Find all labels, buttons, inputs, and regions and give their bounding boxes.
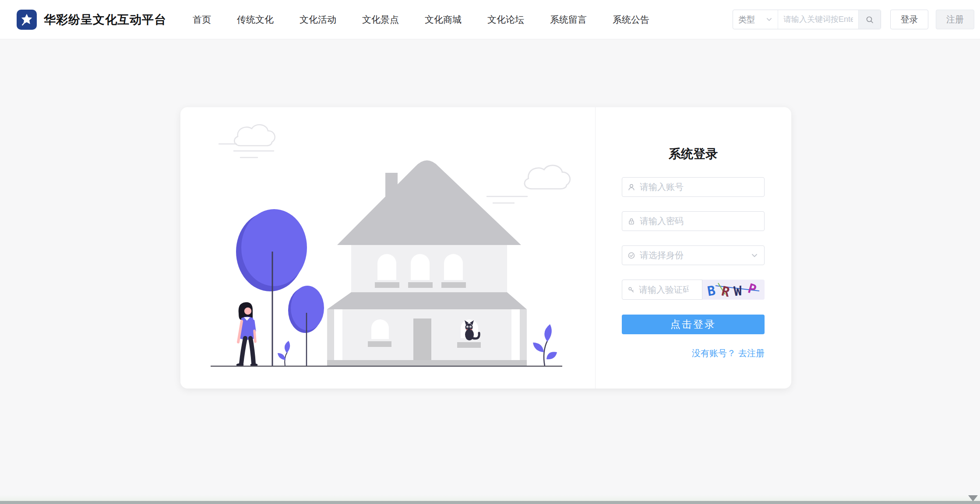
- nav-item-home[interactable]: 首页: [193, 14, 211, 26]
- user-icon: [627, 183, 635, 191]
- go-register-link[interactable]: 去注册: [738, 348, 765, 358]
- search-button[interactable]: [858, 10, 881, 29]
- search-group: 类型: [733, 10, 881, 29]
- site-title: 华彩纷呈文化互动平台: [44, 12, 166, 28]
- main-nav: 首页 传统文化 文化活动 文化景点 文化商城 文化论坛 系统留言 系统公告: [193, 14, 649, 26]
- identity-select[interactable]: 请选择身份: [622, 245, 765, 265]
- house-illustration: [180, 107, 596, 388]
- login-title: 系统登录: [622, 146, 765, 162]
- nav-item-traditional-culture[interactable]: 传统文化: [237, 14, 274, 26]
- svg-text:B: B: [706, 283, 716, 299]
- nav-item-culture-mall[interactable]: 文化商城: [425, 14, 462, 26]
- lock-icon: [627, 217, 635, 225]
- captcha-input[interactable]: [639, 285, 689, 295]
- nav-item-messages[interactable]: 系统留言: [550, 14, 587, 26]
- search-icon: [865, 15, 874, 24]
- star-wand-icon: [20, 13, 33, 26]
- nav-item-culture-spots[interactable]: 文化景点: [362, 14, 399, 26]
- top-navbar: 华彩纷呈文化互动平台 首页 传统文化 文化活动 文化景点 文化商城 文化论坛 系…: [0, 0, 980, 39]
- account-field: [622, 177, 765, 197]
- bottom-fade: [0, 495, 980, 501]
- svg-text:R: R: [720, 283, 731, 300]
- person: [236, 302, 258, 367]
- search-type-value: 类型: [738, 14, 755, 25]
- key-icon: [627, 286, 635, 294]
- check-circle-icon: [627, 252, 635, 259]
- svg-text:W: W: [733, 283, 743, 299]
- captcha-row: B R W P: [622, 280, 765, 300]
- no-account-hint: 没有账号？: [692, 348, 736, 358]
- search-field-wrap: [778, 10, 858, 29]
- register-row: 没有账号？去注册: [622, 347, 765, 359]
- brand-home-link[interactable]: 华彩纷呈文化互动平台: [17, 10, 166, 30]
- svg-text:P: P: [746, 280, 758, 298]
- login-form: 系统登录 请选择身份: [596, 107, 791, 388]
- login-card: 系统登录 请选择身份: [180, 107, 791, 388]
- house-illustration-svg: [180, 107, 596, 388]
- search-input[interactable]: [783, 15, 853, 24]
- plant-left: [278, 341, 290, 366]
- nav-item-culture-activities[interactable]: 文化活动: [300, 14, 336, 26]
- account-input[interactable]: [640, 182, 764, 192]
- chevron-down-icon: [766, 16, 772, 23]
- nav-item-announcements[interactable]: 系统公告: [613, 14, 649, 26]
- plant-right: [533, 324, 557, 366]
- captcha-image[interactable]: B R W P: [702, 280, 765, 300]
- logo: [17, 10, 37, 30]
- password-field: [622, 211, 765, 231]
- chevron-down-icon: [751, 252, 758, 259]
- login-submit-button[interactable]: 点击登录: [622, 315, 765, 334]
- password-input[interactable]: [640, 216, 764, 226]
- identity-select-value: 请选择身份: [640, 249, 684, 261]
- navbar-right-controls: 类型 登录 注册: [733, 10, 974, 29]
- captcha-field: [622, 280, 702, 300]
- navbar-login-button[interactable]: 登录: [890, 10, 928, 29]
- bottom-strip: [0, 501, 980, 504]
- nav-item-culture-forum[interactable]: 文化论坛: [487, 14, 524, 26]
- scroll-down-arrow[interactable]: [968, 495, 978, 501]
- search-type-select[interactable]: 类型: [733, 10, 778, 29]
- navbar-register-button[interactable]: 注册: [936, 10, 974, 29]
